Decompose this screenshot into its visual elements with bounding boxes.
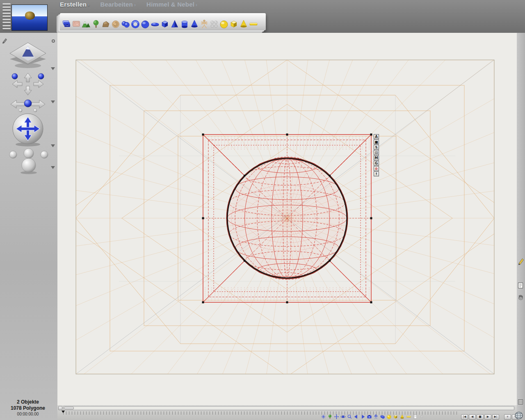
- timecode: 00:00:00.00: [0, 411, 56, 417]
- edit-mode-icon[interactable]: [2, 38, 7, 43]
- camera-icon[interactable]: [367, 414, 372, 420]
- top-bar: Erstellen› Bearbeiten› Himmel & Nebel›: [0, 0, 525, 33]
- render-preview-icon[interactable]: [413, 414, 418, 420]
- last-frame-button[interactable]: ▶|: [492, 414, 499, 420]
- edit-pencil-icon[interactable]: [518, 258, 524, 265]
- terrain-icon[interactable]: [81, 18, 91, 30]
- globe-icon[interactable]: [514, 411, 523, 420]
- tree-icon[interactable]: [91, 18, 101, 30]
- preview-object: [25, 11, 35, 20]
- cone-light-icon[interactable]: [239, 18, 249, 30]
- menu-himmel-nebel[interactable]: Himmel & Nebel›: [146, 1, 197, 8]
- flat-light-icon[interactable]: [406, 414, 411, 420]
- menu-arrow-icon: ›: [196, 2, 197, 8]
- memory-icon[interactable]: [419, 414, 425, 420]
- figure-icon[interactable]: [199, 18, 209, 30]
- texture-grid-icon[interactable]: [518, 399, 523, 405]
- attributes-button[interactable]: A: [374, 134, 379, 139]
- menu-arrow-icon: ›: [134, 2, 136, 8]
- right-tool-strip: [517, 33, 525, 420]
- link-button[interactable]: ⇅: [374, 145, 379, 150]
- scene-preview[interactable]: [11, 5, 48, 31]
- stop-button[interactable]: ■: [477, 414, 484, 420]
- cube-light-icon[interactable]: [393, 414, 398, 420]
- negative-button[interactable]: ⊘: [374, 166, 379, 171]
- solo-button[interactable]: ■: [374, 139, 379, 144]
- stone-icon[interactable]: [71, 18, 81, 30]
- pan-arrows-control[interactable]: [9, 95, 47, 113]
- view-toggle-dot[interactable]: [52, 39, 55, 43]
- shell-icon[interactable]: [111, 18, 121, 30]
- terrain-control[interactable]: [9, 39, 47, 69]
- move-arrows-control[interactable]: [9, 72, 47, 96]
- status-readout: 2 Objekte 1078 Polygone 00:00:00.00: [0, 399, 56, 417]
- bottom-bar: |◀ ◀ ■ ▶ ▶| + −: [57, 405, 517, 420]
- rock-icon[interactable]: [101, 18, 111, 30]
- create-icons: [62, 18, 258, 30]
- polygon-count: 1078 Polygone: [0, 405, 56, 411]
- timeline-marker-icon[interactable]: [62, 411, 65, 413]
- pyramid-icon[interactable]: [170, 18, 180, 30]
- play-button[interactable]: ▶: [484, 414, 491, 420]
- cone-light-icon[interactable]: [399, 414, 405, 420]
- viewport[interactable]: [57, 33, 517, 405]
- menu-label: Himmel & Nebel: [146, 1, 194, 8]
- horizontal-scrollbar[interactable]: [63, 406, 514, 410]
- metaball-mode-icon[interactable]: [380, 414, 385, 420]
- create-toolbar: [60, 13, 266, 30]
- metaball-icon[interactable]: [121, 18, 130, 30]
- menu-erstellen[interactable]: Erstellen›: [60, 1, 89, 8]
- chevron-down-icon[interactable]: [51, 100, 55, 103]
- menu-label: Bearbeiten: [100, 1, 133, 8]
- sphere-light-icon[interactable]: [386, 414, 392, 420]
- material-button[interactable]: M: [374, 155, 379, 160]
- view-right-icon[interactable]: [360, 414, 365, 420]
- cone-icon[interactable]: [189, 18, 199, 30]
- animation-toolbar: [321, 414, 425, 420]
- torus-icon[interactable]: [130, 18, 140, 30]
- chevron-down-icon[interactable]: [51, 144, 55, 147]
- scroll-nub[interactable]: [58, 406, 62, 410]
- origin-button[interactable]: ⊡: [374, 150, 379, 155]
- menu-label: Erstellen: [60, 1, 87, 8]
- pan-hand-icon[interactable]: [518, 294, 524, 300]
- add-keyframe-button[interactable]: +: [504, 414, 511, 420]
- nano-preview-icon[interactable]: [321, 414, 326, 420]
- scrollbar-handle[interactable]: [64, 407, 74, 409]
- logo-grip[interactable]: [2, 3, 11, 30]
- cylinder-icon[interactable]: [180, 18, 189, 30]
- group-button[interactable]: G: [374, 161, 379, 166]
- parent-button[interactable]: ↑: [374, 171, 379, 176]
- view-left-icon[interactable]: [354, 414, 359, 420]
- wireframe-scene: [57, 33, 517, 405]
- sphere-size-control[interactable]: [4, 148, 53, 174]
- cube-light-icon[interactable]: [229, 18, 239, 30]
- camera-orbit-icon[interactable]: [340, 414, 346, 420]
- water-icon[interactable]: [62, 18, 71, 30]
- figure-mode-icon[interactable]: [373, 414, 379, 420]
- menu-arrow-icon: ›: [88, 2, 89, 8]
- cube-icon[interactable]: [160, 18, 170, 30]
- menu-bearbeiten[interactable]: Bearbeiten›: [100, 1, 136, 8]
- left-sidebar: 2 Objekte 1078 Polygone 00:00:00.00: [0, 33, 57, 420]
- transport-controls: |◀ ◀ ■ ▶ ▶| + −: [461, 414, 519, 420]
- parallel-light-icon[interactable]: [249, 18, 258, 30]
- radial-light-icon[interactable]: [219, 18, 229, 30]
- trackball-control[interactable]: [11, 112, 45, 147]
- tree-view-icon[interactable]: [327, 414, 333, 420]
- camera-zoom-icon[interactable]: [347, 414, 352, 420]
- camera-pan-icon[interactable]: [334, 414, 339, 420]
- previous-frame-button[interactable]: ◀: [469, 414, 476, 420]
- chevron-down-icon[interactable]: [51, 67, 55, 70]
- object-control-palette: A ■ ⇅ ⊡ M G ⊘ ↑: [374, 134, 380, 176]
- document-icon[interactable]: [518, 282, 523, 289]
- menu-bar: Erstellen› Bearbeiten› Himmel & Nebel›: [60, 1, 197, 8]
- first-frame-button[interactable]: |◀: [461, 414, 468, 420]
- light-cluster-icon[interactable]: [209, 18, 219, 30]
- object-count: 2 Objekte: [0, 399, 56, 405]
- sphere-icon[interactable]: [140, 18, 150, 30]
- chevron-down-icon[interactable]: [51, 166, 55, 169]
- disc-icon[interactable]: [150, 18, 160, 30]
